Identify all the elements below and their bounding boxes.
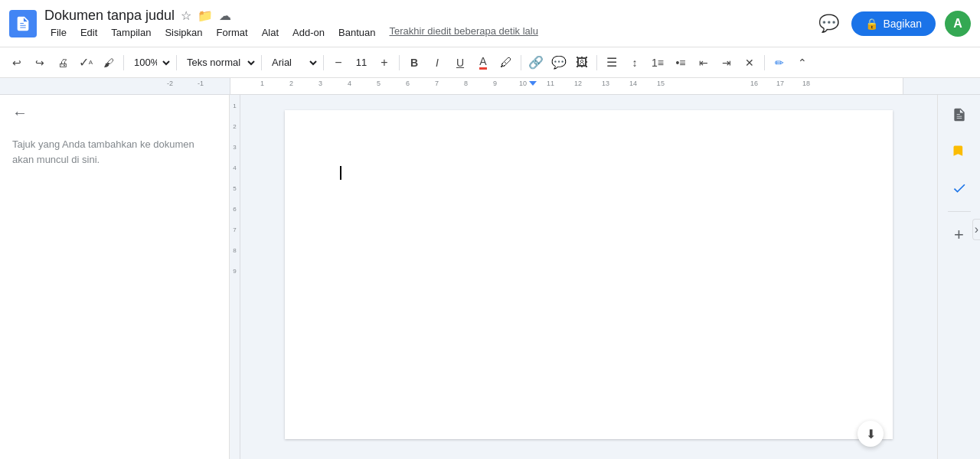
ruler-num: -2 (167, 80, 173, 87)
bookmark-right-icon[interactable] (946, 138, 973, 165)
sidebar-back: ← (0, 95, 229, 128)
ruler-num: 15 (657, 80, 665, 87)
share-label: Bagikan (883, 18, 922, 30)
separator-2 (176, 55, 177, 70)
ruler-num: 10 (519, 80, 527, 87)
ruler-num: 8 (464, 80, 468, 87)
editing-mode-button[interactable]: ✏ (769, 52, 790, 73)
insert-comment-button[interactable]: 💬 (548, 52, 570, 73)
insert-image-button[interactable]: 🖼 (571, 52, 593, 73)
align-button[interactable]: ☰ (601, 52, 622, 73)
toolbar: ↩ ↪ 🖨 ✓A 🖌 100% 75% 50% 125% 150% Teks n… (0, 47, 980, 78)
menu-format[interactable]: Format (211, 25, 254, 40)
undo-button[interactable]: ↩ (6, 52, 28, 73)
ruler-num: 3 (318, 80, 322, 87)
bold-button[interactable]: B (403, 52, 425, 73)
separator-6 (521, 55, 521, 70)
ruler-num: 17 (776, 80, 784, 87)
collapse-toolbar-button[interactable]: ⌃ (792, 52, 813, 73)
ruler-num: 9 (493, 80, 497, 87)
zoom-select[interactable]: 100% 75% 50% 125% 150% (128, 52, 172, 73)
link-button[interactable]: 🔗 (525, 52, 547, 73)
bullet-list-button[interactable]: •≡ (670, 52, 691, 73)
folder-icon[interactable]: 📁 (198, 8, 213, 23)
line-spacing-button[interactable]: ↕ (624, 52, 645, 73)
v-ruler-num: 8 (233, 247, 236, 254)
print-button[interactable]: 🖨 (52, 52, 74, 73)
ruler-num: 11 (547, 80, 554, 87)
highlight-color-button[interactable]: 🖊 (495, 52, 517, 73)
spellcheck-button[interactable]: ✓A (75, 52, 96, 73)
collapse-right-panel-button[interactable]: › (972, 219, 980, 240)
redo-button[interactable]: ↪ (29, 52, 51, 73)
lock-icon: 🔒 (865, 18, 878, 30)
right-panel: + › (937, 95, 980, 459)
document-page[interactable] (285, 110, 893, 439)
separator-1 (123, 55, 124, 70)
text-cursor (340, 166, 341, 180)
clear-formatting-button[interactable]: ✕ (739, 52, 760, 73)
separator-7 (596, 55, 597, 70)
separator-8 (764, 55, 765, 70)
separator-4 (323, 55, 324, 70)
font-size-increase-button[interactable]: + (374, 52, 395, 73)
text-color-icon: A (479, 55, 486, 70)
increase-indent-button[interactable]: ⇥ (716, 52, 737, 73)
menu-sisipkan[interactable]: Sisipkan (158, 25, 208, 40)
ruler-tab-marker (529, 81, 537, 86)
ruler-num: 6 (406, 80, 410, 87)
share-button[interactable]: 🔒 Bagikan (851, 11, 936, 36)
cloud-icon[interactable]: ☁ (219, 8, 231, 23)
font-size-display: 11 (351, 57, 372, 68)
v-ruler-num: 6 (233, 206, 236, 213)
ruler-num: -1 (198, 80, 204, 87)
add-right-button[interactable]: + (946, 221, 973, 249)
v-ruler-num: 1 (233, 103, 236, 109)
doc-title[interactable]: Dokumen tanpa judul (44, 8, 175, 24)
sidebar: ← Tajuk yang Anda tambahkan ke dokumen a… (0, 95, 230, 459)
ruler-num: 5 (377, 80, 381, 87)
ruler-num: 2 (289, 80, 293, 87)
font-select[interactable]: Arial Times New Roman Courier New (266, 52, 319, 73)
menu-file[interactable]: File (44, 25, 73, 40)
underline-button[interactable]: U (449, 52, 471, 73)
menu-edit[interactable]: Edit (74, 25, 103, 40)
v-ruler-num: 5 (233, 185, 236, 192)
ruler-num: 16 (750, 80, 758, 87)
decrease-indent-button[interactable]: ⇤ (693, 52, 714, 73)
document-area[interactable]: ⬇ (240, 95, 937, 459)
check-right-icon[interactable] (946, 174, 973, 202)
ruler-num: 7 (435, 80, 439, 87)
italic-button[interactable]: I (426, 52, 448, 73)
star-icon[interactable]: ☆ (181, 8, 191, 23)
ruler-num: 18 (802, 80, 810, 87)
right-separator (948, 211, 971, 212)
paint-format-button[interactable]: 🖌 (98, 52, 119, 73)
separator-5 (399, 55, 400, 70)
menu-bantuan[interactable]: Bantuan (332, 25, 381, 40)
v-ruler-num: 3 (233, 144, 236, 151)
menu-alat[interactable]: Alat (256, 25, 285, 40)
gdocs-right-icon[interactable] (946, 101, 973, 129)
font-size-decrease-button[interactable]: − (328, 52, 349, 73)
v-ruler-num: 2 (233, 123, 236, 130)
save-status: Terakhir diedit beberapa detik lalu (389, 25, 537, 40)
avatar[interactable]: A (945, 11, 971, 37)
ruler-num: 4 (348, 80, 351, 87)
menu-tampilan[interactable]: Tampilan (105, 25, 157, 40)
menu-addon[interactable]: Add-on (286, 25, 331, 40)
v-ruler-num: 4 (233, 164, 236, 171)
go-to-page-button[interactable]: ⬇ (858, 421, 884, 447)
app-icon (9, 10, 37, 37)
sidebar-content: Tajuk yang Anda tambahkan ke dokumen aka… (0, 128, 229, 176)
v-ruler-num: 9 (233, 268, 236, 275)
separator-3 (261, 55, 262, 70)
style-select[interactable]: Teks normal Judul Subjudul Heading 1 Hea… (181, 52, 257, 73)
ruler-num: 14 (629, 80, 637, 87)
numbered-list-button[interactable]: 1≡ (647, 52, 668, 73)
v-ruler-num: 7 (233, 226, 236, 233)
title-area: Dokumen tanpa judul ☆ 📁 ☁ File Edit Tamp… (44, 8, 815, 40)
comment-button[interactable]: 💬 (815, 11, 842, 37)
back-button[interactable]: ← (12, 104, 28, 122)
text-color-button[interactable]: A (472, 52, 494, 73)
